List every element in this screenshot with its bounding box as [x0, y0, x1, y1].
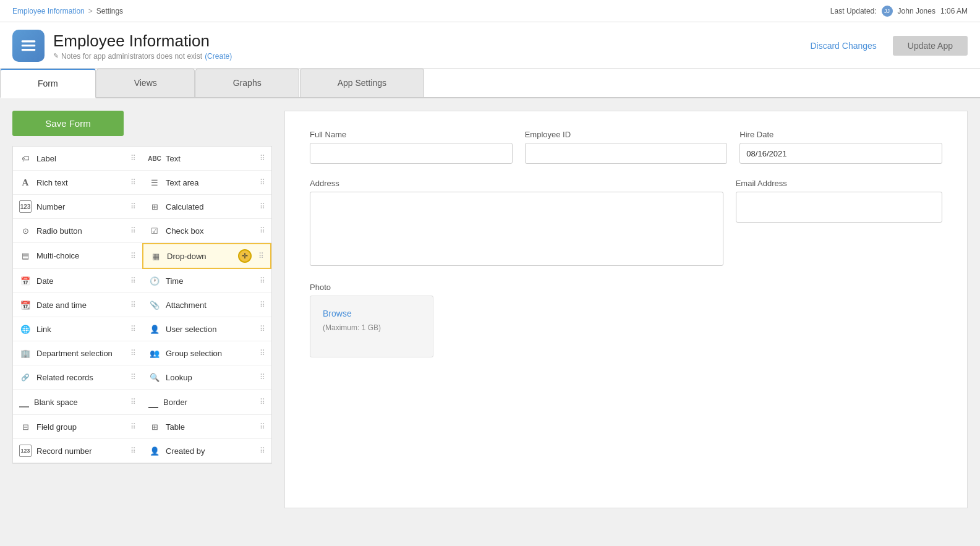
drag-handle[interactable]: ⠿ [260, 154, 265, 163]
field-item-blank-space[interactable]: Blank space ⠿ [13, 390, 142, 415]
drag-handle[interactable]: ⠿ [260, 398, 265, 406]
browse-link[interactable]: Browse [323, 309, 420, 318]
field-related-text: Related records [36, 373, 93, 382]
field-item-record-number[interactable]: 123 Record number ⠿ [13, 439, 142, 463]
field-dept-text: Department selection [36, 349, 113, 358]
dept-icon: 🏢 [19, 347, 32, 359]
drag-handle[interactable]: ⠿ [260, 301, 265, 309]
field-group-text: Group selection [166, 349, 222, 358]
field-text-text: Text [166, 154, 181, 163]
field-link-text: Link [36, 325, 51, 334]
email-input[interactable] [736, 192, 942, 223]
table-icon: ⊞ [148, 420, 161, 433]
breadcrumb-app-link[interactable]: Employee Information [12, 7, 85, 15]
drag-handle[interactable]: ⠿ [130, 276, 136, 285]
fullname-input[interactable] [310, 143, 513, 164]
drag-handle[interactable]: ⠿ [260, 422, 265, 431]
field-recnum-text: Record number [36, 446, 92, 456]
field-item-field-group[interactable]: ⊟ Field group ⠿ [13, 415, 142, 439]
fields-grid: 🏷 Label ⠿ ABC Text ⠿ A Rich text ⠿ [12, 146, 272, 464]
app-icon [12, 30, 45, 62]
update-app-button[interactable]: Update App [893, 36, 968, 56]
lookup-icon: 🔍 [148, 371, 161, 383]
field-item-border[interactable]: Border ⠿ [142, 390, 271, 415]
hiredate-input[interactable] [739, 143, 942, 164]
form-field-photo: Photo Browse (Maximum: 1 GB) [310, 283, 942, 357]
field-item-attachment[interactable]: 📎 Attachment ⠿ [142, 293, 271, 317]
related-icon: 🔗 [19, 371, 32, 383]
drag-handle[interactable]: ⠿ [260, 325, 265, 333]
tab-graphs[interactable]: Graphs [195, 69, 299, 97]
field-item-text[interactable]: ABC Text ⠿ [142, 147, 271, 171]
field-item-rich-text[interactable]: A Rich text ⠿ [13, 171, 142, 195]
field-item-related-records[interactable]: 🔗 Related records ⠿ [13, 365, 142, 390]
app-subtitle: ✎ Notes for app administrators does not … [53, 52, 232, 61]
field-item-checkbox[interactable]: ☑ Check box ⠿ [142, 219, 271, 243]
discard-changes-button[interactable]: Discard Changes [800, 36, 886, 56]
top-bar: Employee Information > Settings Last Upd… [0, 0, 980, 22]
drag-handle[interactable]: ⠿ [260, 202, 265, 211]
tab-app-settings[interactable]: App Settings [300, 69, 424, 97]
time-icon: 🕐 [148, 275, 161, 287]
drag-handle[interactable]: ⠿ [258, 252, 264, 260]
drag-handle[interactable]: ⠿ [260, 446, 265, 455]
field-item-multi-choice[interactable]: ▤ Multi-choice ⠿ [13, 243, 142, 269]
field-item-lookup[interactable]: 🔍 Lookup ⠿ [142, 365, 271, 390]
drag-handle[interactable]: ⠿ [130, 422, 136, 431]
drag-handle[interactable]: ⠿ [130, 325, 136, 333]
drag-handle[interactable]: ⠿ [130, 398, 136, 406]
drag-handle[interactable]: ⠿ [130, 202, 136, 211]
field-date-text: Date [36, 276, 53, 286]
drag-handle[interactable]: ⠿ [130, 446, 136, 455]
employeeid-input[interactable] [525, 143, 728, 164]
drag-handle[interactable]: ⠿ [130, 349, 136, 357]
field-item-date[interactable]: 📅 Date ⠿ [13, 269, 142, 293]
drag-handle[interactable]: ⠿ [260, 276, 265, 285]
form-row-2: Address Email Address [310, 179, 942, 268]
field-item-user-selection[interactable]: 👤 User selection ⠿ [142, 317, 271, 341]
field-multichoice-text: Multi-choice [36, 251, 79, 260]
drag-handle[interactable]: ⠿ [260, 349, 265, 357]
drag-handle[interactable]: ⠿ [130, 252, 136, 260]
field-item-datetime[interactable]: 📆 Date and time ⠿ [13, 293, 142, 317]
field-item-created-by[interactable]: 👤 Created by ⠿ [142, 439, 271, 463]
drag-handle[interactable]: ⠿ [260, 178, 265, 187]
tab-views[interactable]: Views [96, 69, 195, 97]
photo-upload-area: Browse (Maximum: 1 GB) [310, 296, 433, 357]
drag-handle[interactable]: ⠿ [130, 373, 136, 382]
field-item-department[interactable]: 🏢 Department selection ⠿ [13, 341, 142, 365]
field-item-table[interactable]: ⊞ Table ⠿ [142, 415, 271, 439]
left-panel: Save Form 🏷 Label ⠿ ABC Text ⠿ [12, 111, 272, 508]
field-item-text-area[interactable]: ☰ Text area ⠿ [142, 171, 271, 195]
tab-form[interactable]: Form [0, 69, 96, 98]
email-label: Email Address [736, 179, 942, 188]
field-border-text: Border [163, 398, 187, 407]
app-icon-svg [19, 36, 38, 55]
create-link[interactable]: (Create) [205, 52, 232, 61]
drag-handle[interactable]: ⠿ [260, 373, 265, 382]
drag-handle[interactable]: ⠿ [130, 301, 136, 309]
drag-handle[interactable]: ⠿ [260, 226, 265, 235]
drag-handle[interactable]: ⠿ [130, 226, 136, 235]
svg-rect-2 [22, 49, 36, 51]
field-item-label[interactable]: 🏷 Label ⠿ [13, 147, 142, 171]
field-item-radio[interactable]: ⊙ Radio button ⠿ [13, 219, 142, 243]
form-preview: Full Name Employee ID Hire Date Address … [284, 111, 968, 508]
address-input[interactable] [310, 192, 723, 266]
save-form-button[interactable]: Save Form [12, 111, 124, 136]
form-field-email: Email Address [736, 179, 942, 268]
field-table-text: Table [166, 422, 185, 432]
field-item-calculated[interactable]: ⊞ Calculated ⠿ [142, 195, 271, 219]
field-item-time[interactable]: 🕐 Time ⠿ [142, 269, 271, 293]
field-item-link[interactable]: 🌐 Link ⠿ [13, 317, 142, 341]
checkbox-icon: ☑ [148, 224, 161, 237]
field-item-number[interactable]: 123 Number ⠿ [13, 195, 142, 219]
tabs-bar: Form Views Graphs App Settings [0, 69, 980, 98]
textarea-icon: ☰ [148, 176, 161, 189]
drag-handle[interactable]: ⠿ [130, 178, 136, 187]
drag-handle[interactable]: ⠿ [130, 154, 136, 163]
field-richtext-text: Rich text [36, 178, 68, 187]
field-item-group-selection[interactable]: 👥 Group selection ⠿ [142, 341, 271, 365]
field-item-dropdown[interactable]: ▦ Drop-down ✛ ⠿ [142, 243, 271, 269]
app-header: Employee Information ✎ Notes for app adm… [0, 22, 980, 69]
